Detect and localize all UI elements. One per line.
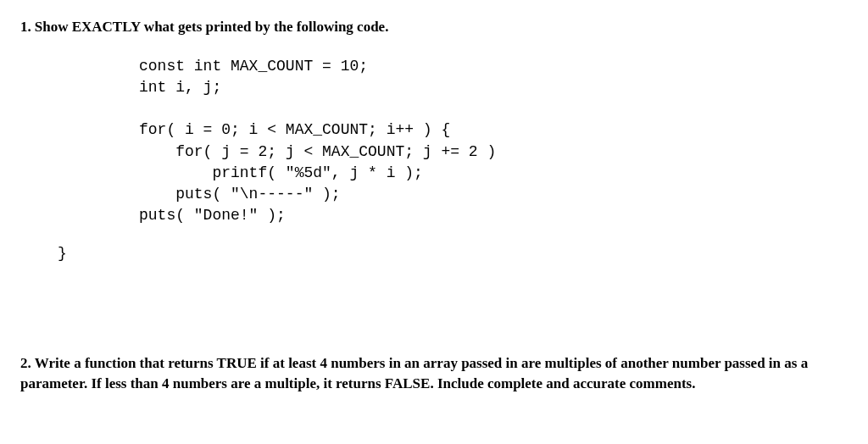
q2-number: 2. [20,355,31,371]
q1-code: const int MAX_COUNT = 10; int i, j; for(… [139,56,848,227]
question-1: 1. Show EXACTLY what gets printed by the… [20,17,848,262]
q2-prompt: Write a function that returns TRUE if at… [20,355,808,391]
spacing [20,277,848,353]
q1-number: 1. [20,19,31,35]
question-2: 2. Write a function that returns TRUE if… [20,353,848,394]
q1-closing-brace: } [58,245,848,262]
q1-prompt: Show EXACTLY what gets printed by the fo… [35,19,389,35]
